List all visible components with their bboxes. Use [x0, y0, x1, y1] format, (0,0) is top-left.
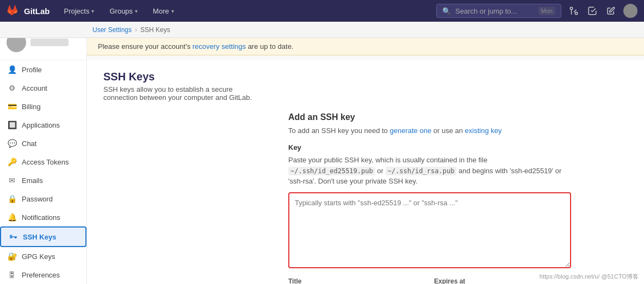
global-search[interactable]: 🔍 Search or jump to... Mon: [436, 4, 561, 18]
todo-icon[interactable]: [584, 3, 600, 19]
search-icon: 🔍: [442, 7, 451, 15]
ssh-key-textarea[interactable]: [288, 192, 571, 268]
sidebar-item-applications[interactable]: 🔲 Applications: [0, 116, 86, 134]
merge-request-icon[interactable]: [566, 3, 582, 19]
nav-icon-group: [566, 3, 637, 19]
ssh-keys-icon: 🗝: [9, 232, 17, 241]
notifications-icon: 🔔: [8, 213, 16, 222]
generate-key-link[interactable]: generate one: [389, 127, 431, 135]
chevron-down-icon: ▾: [135, 8, 138, 14]
footer-watermark: https://blog.csdn.net/u/ @51CTO博客: [540, 273, 639, 281]
preferences-icon: 🎛: [8, 270, 16, 279]
warning-banner: Please ensure your account's recovery se…: [87, 38, 644, 55]
recovery-settings-link[interactable]: recovery settings: [193, 42, 246, 51]
sidebar-item-chat[interactable]: 💬 Chat: [0, 134, 86, 153]
groups-menu[interactable]: Groups ▾: [104, 5, 143, 17]
password-icon: 🔒: [8, 194, 16, 203]
applications-icon: 🔲: [8, 121, 16, 129]
title-field-group: Title Give your individual key a title: [288, 277, 425, 285]
gitlab-logo[interactable]: GitLab: [7, 4, 50, 18]
add-ssh-title: Add an SSH key: [288, 112, 571, 122]
title-label: Title: [288, 277, 425, 285]
breadcrumb-parent[interactable]: User Settings: [92, 26, 132, 34]
key-field-description: Paste your public SSH key, which is usua…: [288, 155, 571, 187]
page-title: SSH Keys: [103, 71, 628, 83]
right-column: Add an SSH key To add an SSH key you nee…: [288, 112, 571, 284]
page-description: SSH keys allow you to establish a secure…: [103, 85, 267, 102]
breadcrumb: User Settings › SSH Keys: [0, 22, 644, 38]
sidebar-item-preferences[interactable]: 🎛 Preferences: [0, 266, 86, 284]
account-icon: ⚙: [8, 84, 16, 92]
sidebar-item-ssh-keys[interactable]: 🗝 SSH Keys: [0, 226, 86, 247]
sidebar-item-gpg-keys[interactable]: 🔐 GPG Keys: [0, 247, 86, 266]
chevron-down-icon: ▾: [171, 8, 174, 14]
sidebar-item-account[interactable]: ⚙ Account: [0, 79, 86, 97]
add-ssh-description: To add an SSH key you need to generate o…: [288, 127, 571, 135]
breadcrumb-current: SSH Keys: [140, 26, 170, 34]
chat-icon: 💬: [8, 139, 16, 148]
sidebar-item-password[interactable]: 🔒 Password: [0, 190, 86, 208]
sidebar-item-notifications[interactable]: 🔔 Notifications: [0, 208, 86, 226]
gpg-keys-icon: 🔐: [8, 252, 16, 261]
sidebar: 👤 Profile ⚙ Account 💳 Billing 🔲 Applicat…: [0, 22, 87, 284]
access-tokens-icon: 🔑: [8, 157, 16, 166]
sidebar-item-profile[interactable]: 👤 Profile: [0, 60, 86, 79]
top-navigation: GitLab Projects ▾ Groups ▾ More ▾ 🔍 Sear…: [0, 0, 644, 22]
emails-icon: ✉: [8, 176, 16, 185]
svg-point-0: [570, 7, 573, 10]
sidebar-item-billing[interactable]: 💳 Billing: [0, 97, 86, 116]
left-column: [103, 112, 267, 284]
key-field-label: Key: [288, 143, 571, 152]
billing-icon: 💳: [8, 102, 16, 111]
sidebar-username: [30, 39, 69, 46]
form-row: Title Give your individual key a title E…: [288, 277, 571, 285]
projects-menu[interactable]: Projects ▾: [59, 5, 100, 17]
existing-key-link[interactable]: existing key: [465, 127, 502, 135]
profile-icon: 👤: [8, 65, 16, 74]
sidebar-item-access-tokens[interactable]: 🔑 Access Tokens: [0, 153, 86, 171]
avatar[interactable]: [623, 4, 637, 18]
chevron-down-icon: ▾: [91, 8, 94, 14]
create-icon[interactable]: [603, 3, 619, 19]
main-content: SSH Keys SSH keys allow you to establish…: [87, 60, 644, 284]
svg-point-1: [575, 12, 578, 15]
more-menu[interactable]: More ▾: [147, 5, 179, 17]
sidebar-item-emails[interactable]: ✉ Emails: [0, 171, 86, 190]
